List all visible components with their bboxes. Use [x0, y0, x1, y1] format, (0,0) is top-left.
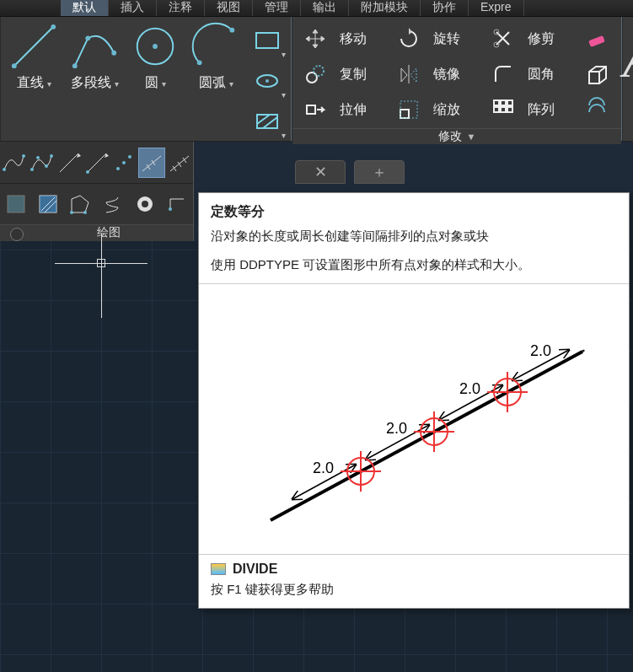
tab-view[interactable]: 视图: [205, 0, 253, 16]
measure-icon[interactable]: [166, 148, 192, 177]
svg-rect-28: [494, 107, 499, 112]
svg-rect-18: [588, 35, 605, 47]
svg-line-43: [142, 156, 161, 171]
stretch-label[interactable]: 拉伸: [340, 101, 389, 119]
status-dot-icon: [10, 228, 24, 241]
svg-point-59: [169, 207, 172, 211]
document-tabs: ✕ ＋: [295, 160, 405, 184]
fillet-label[interactable]: 圆角: [528, 66, 577, 83]
tab-insert[interactable]: 插入: [109, 0, 157, 16]
svg-point-8: [197, 60, 202, 65]
rectangle-icon[interactable]: [250, 24, 284, 57]
svg-point-3: [72, 63, 78, 68]
hatch-icon[interactable]: [250, 105, 284, 138]
eraser-icon[interactable]: [584, 26, 609, 51]
svg-rect-26: [501, 100, 506, 105]
tab-manage[interactable]: 管理: [253, 0, 301, 16]
svg-point-36: [50, 154, 53, 158]
tab-express[interactable]: Expre: [469, 0, 524, 16]
svg-point-58: [142, 201, 148, 207]
donut-icon[interactable]: [129, 187, 161, 221]
box-icon[interactable]: [584, 62, 609, 87]
svg-point-32: [22, 154, 25, 158]
stretch-icon[interactable]: [303, 97, 328, 122]
copy-label[interactable]: 复制: [340, 66, 389, 83]
move-label[interactable]: 移动: [340, 30, 389, 48]
array-icon[interactable]: [491, 97, 516, 122]
tooltip-desc1: 沿对象的长度或周长创建等间隔排列的点对象或块: [199, 226, 629, 255]
tab-output[interactable]: 输出: [301, 0, 349, 16]
svg-point-42: [128, 155, 131, 159]
svg-point-55: [70, 211, 73, 214]
tooltip-panel: 定数等分 沿对象的长度或周长创建等间隔排列的点对象或块 使用 DDPTYPE 可…: [198, 192, 630, 609]
divide-icon[interactable]: [139, 148, 165, 177]
line-label: 直线: [17, 74, 51, 92]
svg-point-2: [51, 24, 56, 30]
circle-button[interactable]: 圆: [129, 22, 181, 139]
svg-point-5: [111, 51, 116, 56]
tooltip-title: 定数等分: [199, 193, 629, 226]
text-button[interactable]: A: [623, 17, 633, 101]
array-label[interactable]: 阵列: [528, 101, 577, 119]
trim-label[interactable]: 修剪: [528, 30, 577, 48]
xline-icon[interactable]: [56, 148, 82, 177]
svg-point-20: [314, 66, 324, 76]
mirror-icon[interactable]: [396, 62, 421, 87]
svg-rect-23: [400, 110, 409, 118]
revcloud-icon[interactable]: [161, 187, 193, 221]
svg-point-56: [83, 211, 87, 214]
copy-icon[interactable]: [303, 62, 328, 87]
ray-icon[interactable]: [83, 148, 110, 177]
splinecv-icon[interactable]: [29, 148, 55, 177]
modify-panel-title[interactable]: 修改▼: [292, 128, 621, 144]
tab-default[interactable]: 默认: [61, 0, 109, 16]
svg-line-37: [60, 153, 78, 172]
scale-icon[interactable]: [396, 97, 421, 122]
tooltip-desc2: 使用 DDPTYPE 可设置图形中所有点对象的样式和大小。: [199, 255, 629, 283]
svg-rect-10: [256, 33, 278, 48]
doc-tab-add[interactable]: ＋: [354, 160, 405, 184]
svg-point-39: [86, 170, 89, 174]
mirror-label[interactable]: 镜像: [433, 66, 483, 83]
svg-text:2.0: 2.0: [386, 420, 407, 437]
tab-addons[interactable]: 附加模块: [349, 0, 421, 16]
ellipse-icon[interactable]: [250, 64, 284, 98]
svg-point-34: [36, 156, 40, 159]
helix-icon[interactable]: [97, 187, 129, 221]
rotate-label[interactable]: 旋转: [433, 30, 483, 48]
svg-point-1: [12, 63, 17, 68]
arc-button[interactable]: 圆弧: [190, 22, 242, 139]
svg-point-9: [229, 28, 234, 33]
tab-annotate[interactable]: 注释: [157, 0, 205, 16]
svg-point-35: [45, 164, 48, 168]
fillet-icon[interactable]: [491, 62, 516, 87]
svg-point-41: [122, 161, 126, 164]
rotate-icon[interactable]: [396, 26, 421, 51]
doc-tab-close[interactable]: ✕: [295, 160, 346, 184]
circle-label: 圆: [145, 74, 166, 92]
scale-label[interactable]: 缩放: [433, 101, 483, 119]
line-button[interactable]: 直线: [8, 22, 60, 139]
spline-icon[interactable]: [1, 148, 27, 177]
svg-rect-29: [501, 107, 506, 112]
arc-label: 圆弧: [199, 74, 233, 92]
svg-rect-50: [8, 196, 24, 212]
svg-point-4: [85, 35, 90, 40]
svg-text:2.0: 2.0: [459, 380, 480, 397]
svg-rect-22: [307, 105, 315, 114]
svg-point-31: [3, 168, 6, 171]
tab-collab[interactable]: 协作: [421, 0, 469, 16]
polyline-button[interactable]: 多段线: [68, 22, 121, 139]
tooltip-illustration: 2.0 2.0 2.0 2.0: [199, 284, 629, 554]
move-icon[interactable]: [303, 26, 328, 51]
trim-icon[interactable]: [491, 26, 516, 51]
region-icon[interactable]: [0, 187, 32, 221]
text-label: 文: [623, 101, 633, 116]
draw-panel-title[interactable]: 绘图: [0, 224, 193, 243]
svg-rect-27: [507, 100, 512, 105]
gradient-icon[interactable]: [32, 187, 64, 221]
offset-icon[interactable]: [584, 97, 609, 122]
svg-point-7: [153, 44, 158, 49]
boundary-icon[interactable]: [64, 187, 96, 221]
points-icon[interactable]: [111, 148, 137, 177]
